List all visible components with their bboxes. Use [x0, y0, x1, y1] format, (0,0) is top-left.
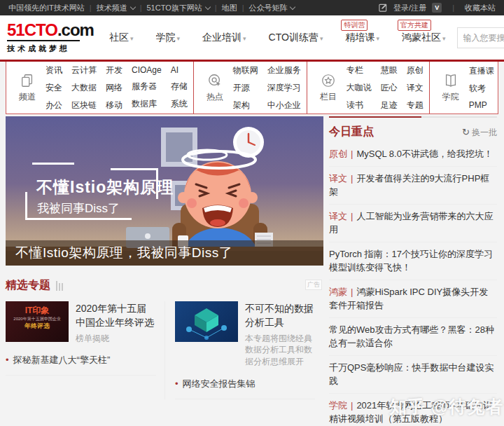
news-item[interactable]: 译文|开发者值得关注的9大流行PHP框架 [329, 167, 497, 205]
topic-card-title[interactable]: 2020年第十五届中国企业年终评选 [76, 301, 156, 330]
news-tag-divider: | [351, 149, 353, 159]
megamenu-link-PMP[interactable]: PMP [469, 100, 494, 110]
megamenu-link-大数据[interactable]: 大数据 [71, 82, 97, 94]
nav-item-学院[interactable]: 学院▾ [145, 32, 192, 44]
news-item[interactable]: PyTorch 指南：17个技巧让你的深度学习模型训练变得飞快！ [329, 242, 497, 280]
search-input[interactable] [457, 27, 504, 48]
megamenu-category-label: 频道 [12, 91, 43, 103]
megamenu-link-系统[interactable]: 系统 [171, 98, 188, 110]
topic-card-title[interactable]: 不可不知的数据分析工具 [245, 301, 315, 330]
megamenu-link-足迹[interactable]: 足迹 [381, 99, 398, 111]
megamenu-link-架构[interactable]: 架构 [233, 99, 258, 111]
topic-bullet-link[interactable]: •探秘新基建八大“擎天柱” [6, 354, 156, 376]
topbar-link[interactable]: 地图 [222, 3, 237, 13]
logo-underline [7, 40, 80, 41]
megamenu-link-企业服务[interactable]: 企业服务 [267, 64, 301, 76]
top-utility-bar: 中国领先的IT技术网站|技术频道|51CTO旗下网站|地图|公众号矩阵 登录/注… [0, 0, 504, 15]
favorite-site-link[interactable]: 收藏本站 [465, 3, 496, 13]
megamenu-link-软考[interactable]: 软考 [469, 83, 494, 95]
megamenu-link-专栏[interactable]: 专栏 [346, 64, 372, 76]
chevron-down-icon [290, 4, 295, 9]
nav-item-企业培训[interactable]: 企业培训▾ [191, 32, 258, 44]
bullet-dot: • [175, 378, 178, 389]
megamenu-column: 原创译文专题 [407, 64, 424, 111]
megamenu-category-频道[interactable]: 频道 [12, 73, 43, 103]
news-item[interactable]: 鸿蒙|鸿蒙HiSpark IPC DIY摄像头开发套件开箱报告 [329, 280, 497, 318]
nav-item-label: CTO训练营 [269, 32, 318, 43]
topbar-link[interactable]: 51CTO旗下网站 [147, 3, 210, 13]
megamenu-category-热点[interactable]: 热点 [200, 73, 230, 103]
edit-pencil-icon [379, 3, 388, 13]
topbar-right: 登录/注册 V | 收藏本站 [379, 3, 496, 13]
v-icon[interactable]: V [432, 3, 442, 13]
megamenu-link-AI[interactable]: AI [171, 65, 188, 75]
megamenu-link-匠心[interactable]: 匠心 [381, 82, 398, 94]
megamenu-link-大咖说[interactable]: 大咖说 [346, 82, 372, 94]
news-item[interactable]: 常见的Web攻击方式有哪些？黑客：28种总有一款适合你 [329, 318, 497, 356]
thumb-text: 2020年第十五届中国企业 [6, 317, 69, 321]
topbar-link[interactable]: 中国领先的IT技术网站 [8, 3, 85, 13]
topbar-separator: | [90, 4, 92, 12]
nav-item-label: 鸿蒙社区 [402, 32, 441, 43]
news-item[interactable]: 学院|2021年软考网络工程师--基础知识精讲视频培训（第五版教程） [329, 394, 497, 426]
megamenu-link-安全[interactable]: 安全 [46, 82, 62, 94]
megamenu-columns: 直播课软考PMPOCP红帽华为 [469, 65, 498, 110]
megamenu-link-CIOAge[interactable]: CIOAge [132, 65, 162, 75]
logo-slogan: 技术成就梦想 [7, 43, 85, 54]
megamenu-column: CIOAge服务器数据库 [132, 64, 162, 111]
megamenu-link-服务器[interactable]: 服务器 [132, 81, 162, 92]
nav-item-鸿蒙社区[interactable]: 鸿蒙社区▾官方共建 [391, 32, 457, 44]
site-logo[interactable]: 51CTO.com 技术成就梦想 [7, 22, 85, 54]
topbar-link[interactable]: 公众号矩阵 [248, 3, 295, 13]
megamenu-link-开源[interactable]: 开源 [233, 82, 258, 94]
51cto-homepage: 中国领先的IT技术网站|技术频道|51CTO旗下网站|地图|公众号矩阵 登录/注… [0, 0, 504, 426]
megamenu-link-云计算[interactable]: 云计算 [71, 64, 97, 76]
megamenu-link-读书[interactable]: 读书 [346, 99, 372, 111]
topic-card[interactable]: 不可不知的数据分析工具 本专题将围绕经典数据分析工具和数据分析思维展开 [175, 301, 315, 368]
hero-banner[interactable]: 不懂Istio架构原理 我被同事Diss了 不懂Istio架构原理，我被同事Di… [6, 116, 323, 266]
news-item[interactable]: 千万QPS毫秒响应：快手数据中台建设实践 [329, 356, 497, 394]
megamenu-link-原创[interactable]: 原创 [407, 64, 424, 76]
refresh-button[interactable]: ↻换一批 [462, 127, 497, 139]
megamenu-section-栏目: 栏目专栏大咖说读书慧眼匠心足迹原创译文专题 [307, 62, 429, 114]
megamenu-link-移动[interactable]: 移动 [106, 99, 122, 111]
news-tag: 学院 [329, 400, 347, 411]
megamenu-column: 资讯安全办公 [46, 64, 62, 111]
megamenu-link-物联网[interactable]: 物联网 [233, 64, 258, 76]
main-nav: 社区▾学院▾企业培训▾CTO训练营▾精培课▾特训营鸿蒙社区▾官方共建 [98, 32, 457, 44]
topbar-link[interactable]: 技术频道 [97, 3, 135, 13]
main-content: 不懂Istio架构原理 我被同事Diss了 不懂Istio架构原理，我被同事Di… [6, 116, 498, 426]
sidebar: 今日重点 ↻换一批 原创|MySQL 8.0不讲武德，给我挖坑！译文|开发者值得… [329, 116, 497, 426]
megamenu-link-数据库[interactable]: 数据库 [132, 98, 162, 110]
topic-card[interactable]: IT印象 2020年第十五届中国企业 年终评选 2020年第十五届中国企业年终评… [6, 301, 156, 344]
megamenu-category-栏目[interactable]: 栏目 [313, 73, 344, 103]
news-item[interactable]: 原创|MySQL 8.0不讲武德，给我挖坑！ [329, 142, 497, 167]
megamenu-link-直播课[interactable]: 直播课 [469, 65, 494, 77]
megamenu-link-慧眼[interactable]: 慧眼 [381, 64, 398, 76]
nav-item-精培课[interactable]: 精培课▾特训营 [334, 32, 391, 44]
megamenu-link-译文[interactable]: 译文 [407, 82, 424, 94]
news-item-text: 常见的Web攻击方式有哪些？黑客：28种总有一款适合你 [329, 324, 494, 349]
topic-bullet-link[interactable]: •网络安全报告集锦 [175, 378, 315, 399]
megamenu-link-资讯[interactable]: 资讯 [46, 64, 62, 76]
megamenu-columns: 资讯安全办公云计算大数据区块链开发网络移动CIOAge服务器数据库AI存储系统 [46, 64, 188, 111]
topic-card-subtitle: 本专题将围绕经典数据分析工具和数据分析思维展开 [245, 333, 315, 368]
nav-item-label: 企业培训 [202, 32, 241, 43]
news-item[interactable]: 译文|人工智能为业务营销带来的六大应用 [329, 205, 497, 242]
megamenu-link-深度学习[interactable]: 深度学习 [267, 82, 301, 94]
megamenu-link-区块链[interactable]: 区块链 [71, 99, 97, 111]
megamenu-link-存储[interactable]: 存储 [171, 81, 188, 92]
banner-caption: 不懂Istio架构原理，我被同事Diss了 [6, 240, 323, 266]
megamenu-category-学院[interactable]: 学院 [435, 73, 466, 103]
megamenu-link-网络[interactable]: 网络 [106, 82, 122, 94]
banner-bracket-line [25, 218, 132, 220]
nav-item-社区[interactable]: 社区▾ [98, 32, 145, 44]
megamenu-section-热点: 热点物联网开源架构企业服务深度学习中小企业 [193, 62, 307, 114]
megamenu-link-开发[interactable]: 开发 [106, 64, 122, 76]
megamenu-link-办公[interactable]: 办公 [46, 99, 62, 111]
megamenu-link-中小企业[interactable]: 中小企业 [267, 99, 301, 111]
megamenu-link-专题[interactable]: 专题 [407, 99, 424, 111]
nav-item-CTO训练营[interactable]: CTO训练营▾ [258, 32, 335, 44]
login-register-link[interactable]: 登录/注册 [393, 3, 426, 13]
nav-item-label: 学院 [156, 32, 176, 43]
